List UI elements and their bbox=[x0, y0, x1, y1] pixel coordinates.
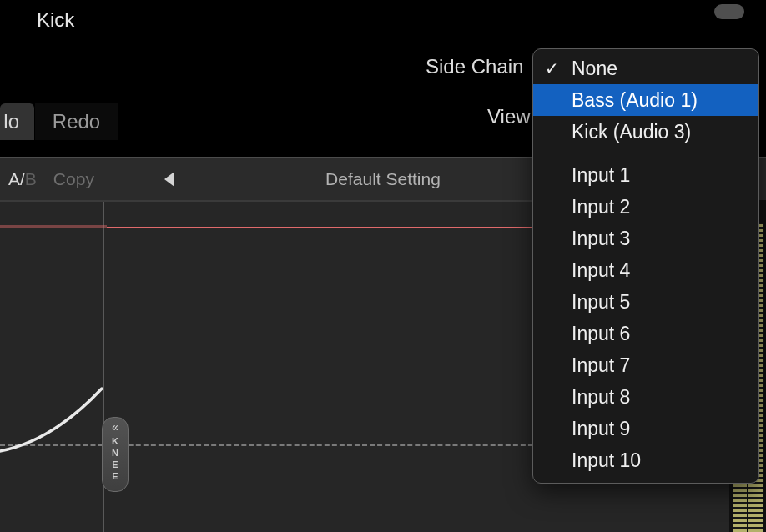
sidechain-input-option[interactable]: Input 6 bbox=[533, 318, 758, 349]
knee-handle[interactable]: « KNEE bbox=[102, 417, 129, 492]
sidechain-input-option[interactable]: Input 10 bbox=[533, 444, 758, 476]
sidechain-input-option[interactable]: Input 7 bbox=[533, 349, 758, 381]
sidechain-input-option[interactable]: Input 3 bbox=[533, 223, 758, 254]
sidechain-option[interactable]: None bbox=[533, 53, 758, 84]
prev-preset-icon[interactable] bbox=[164, 172, 174, 187]
sidechain-option[interactable]: Bass (Audio 1) bbox=[533, 84, 758, 116]
sidechain-dropdown-menu: NoneBass (Audio 1)Kick (Audio 3) Input 1… bbox=[532, 48, 759, 484]
view-label: View bbox=[487, 105, 531, 128]
sidechain-input-option[interactable]: Input 8 bbox=[533, 381, 758, 413]
plugin-power-toggle[interactable] bbox=[714, 4, 744, 19]
window-title: Kick bbox=[37, 8, 74, 32]
copy-button[interactable]: Copy bbox=[53, 169, 94, 189]
ab-compare-button[interactable]: A/B bbox=[8, 169, 37, 189]
redo-button[interactable]: Redo bbox=[35, 103, 118, 140]
chevron-double-left-icon: « bbox=[112, 423, 118, 431]
preset-name-button[interactable]: Default Setting bbox=[325, 169, 441, 189]
sidechain-input-option[interactable]: Input 5 bbox=[533, 286, 758, 318]
sidechain-label: Side Chain bbox=[426, 55, 523, 78]
sidechain-input-option[interactable]: Input 2 bbox=[533, 191, 758, 223]
sidechain-input-option[interactable]: Input 4 bbox=[533, 254, 758, 286]
sidechain-input-option[interactable]: Input 9 bbox=[533, 413, 758, 444]
sidechain-option[interactable]: Kick (Audio 3) bbox=[533, 116, 758, 148]
sidechain-input-option[interactable]: Input 1 bbox=[533, 159, 758, 191]
transfer-curve bbox=[0, 202, 107, 485]
undo-button[interactable]: lo bbox=[0, 103, 35, 140]
knee-label: KNEE bbox=[110, 436, 120, 483]
